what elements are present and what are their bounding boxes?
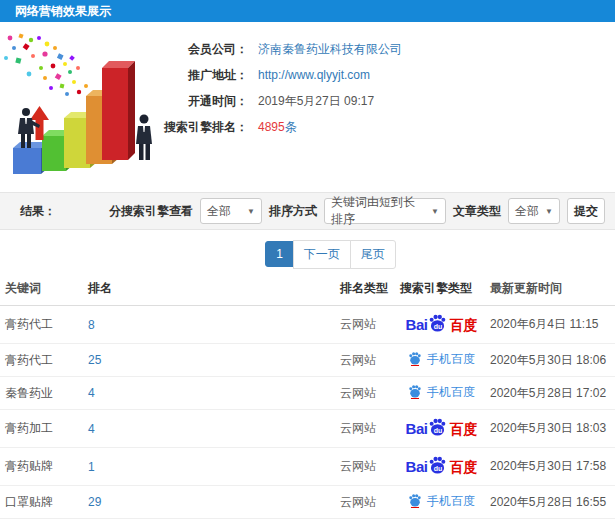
chevron-down-icon: ▼ <box>431 207 439 216</box>
table-row: 膏药代工8云网站Baidu百度2020年6月4日 11:15 <box>0 306 615 344</box>
baidu-logo: Baidu百度 <box>406 455 478 478</box>
article-type-label: 文章类型 <box>453 203 501 220</box>
mobile-baidu-logo: 手机百度 <box>408 384 475 399</box>
table-row: 膏药加工4云网站Baidu百度2020年5月30日 18:03 <box>0 410 615 448</box>
info-row-url: 推广地址： http://www.qlyyjt.com <box>160 62 610 87</box>
next-page-button[interactable]: 下一页 <box>293 240 351 269</box>
header-rank: 排名 <box>85 272 338 306</box>
title-bar: 网络营销效果展示 <box>0 0 615 22</box>
rank-link[interactable]: 4 <box>88 422 95 436</box>
results-table-wrap: 关键词 排名 排名类型 搜索引擎类型 最新更新时间 膏药代工8云网站Baidu百… <box>0 272 615 520</box>
header-keyword: 关键词 <box>0 272 85 306</box>
rank-type-cell: 云网站 <box>338 410 398 448</box>
last-page-button[interactable]: 尾页 <box>350 240 396 269</box>
sort-filter-select[interactable]: 关键词由短到长排序 ▼ <box>324 198 446 224</box>
engine-filter-value: 全部 <box>207 203 231 220</box>
engine-cell: Baidu百度 <box>398 448 485 486</box>
chevron-down-icon: ▼ <box>545 207 553 216</box>
info-row-open-time: 开通时间： 2019年5月27日 09:17 <box>160 88 610 113</box>
updated-cell: 2020年5月28日 16:55 <box>485 486 615 519</box>
engine-filter-select[interactable]: 全部 ▼ <box>200 198 262 224</box>
results-table-body: 膏药代工8云网站Baidu百度2020年6月4日 11:15膏药代工25云网站手… <box>0 306 615 520</box>
mobile-baidu-logo: 手机百度 <box>408 493 475 508</box>
filter-controls: 分搜索引擎查看 全部 ▼ 排序方式 关键词由短到长排序 ▼ 文章类型 全部 ▼ … <box>109 198 615 224</box>
rank-type-cell: 云网站 <box>338 344 398 377</box>
paw-icon <box>408 351 422 366</box>
page-button-1[interactable]: 1 <box>265 241 294 267</box>
engine-filter-label: 分搜索引擎查看 <box>109 203 193 220</box>
promo-url-link[interactable]: http://www.qlyyjt.com <box>258 65 370 85</box>
rank-count: 4895条 <box>258 117 297 137</box>
rank-cell: 29 <box>85 486 338 519</box>
updated-cell: 2020年5月28日 17:02 <box>485 377 615 410</box>
rank-link[interactable]: 8 <box>88 318 95 332</box>
sort-filter-label: 排序方式 <box>269 203 317 220</box>
keyword-cell: 膏药贴牌 <box>0 448 85 486</box>
table-row: 膏药代工25云网站手机百度2020年5月30日 18:06 <box>0 344 615 377</box>
keyword-cell: 膏药代工 <box>0 344 85 377</box>
confetti-dots <box>4 33 88 96</box>
updated-cell: 2020年5月30日 17:58 <box>485 448 615 486</box>
promo-url-label: 推广地址： <box>160 65 248 85</box>
company-link[interactable]: 济南秦鲁药业科技有限公司 <box>258 39 402 59</box>
updated-cell: 2020年5月30日 18:03 <box>485 410 615 448</box>
rank-link[interactable]: 29 <box>88 495 101 509</box>
mobile-baidu-label: 手机百度 <box>427 386 475 398</box>
rank-type-cell: 云网站 <box>338 377 398 410</box>
bar-chart-image <box>0 30 175 180</box>
mobile-baidu-label: 手机百度 <box>427 353 475 365</box>
rank-type-cell: 云网站 <box>338 306 398 344</box>
mobile-baidu-label: 手机百度 <box>427 495 475 507</box>
results-table: 关键词 排名 排名类型 搜索引擎类型 最新更新时间 膏药代工8云网站Baidu百… <box>0 272 615 520</box>
sort-filter-value: 关键词由短到长排序 <box>331 194 425 228</box>
engine-cell: 手机百度 <box>398 377 485 410</box>
updated-cell: 2020年5月30日 18:06 <box>485 344 615 377</box>
article-type-select[interactable]: 全部 ▼ <box>508 198 560 224</box>
rank-count-value: 4895 <box>258 120 285 134</box>
submit-button[interactable]: 提交 <box>567 198 605 224</box>
rank-type-cell: 云网站 <box>338 448 398 486</box>
pagination: 1下一页尾页 <box>0 240 615 269</box>
chevron-down-icon: ▼ <box>247 207 255 216</box>
paw-icon <box>408 493 422 508</box>
keyword-cell: 膏药加工 <box>0 410 85 448</box>
bars <box>13 61 135 174</box>
open-time-value: 2019年5月27日 09:17 <box>258 91 374 111</box>
keyword-cell: 口罩贴牌 <box>0 486 85 519</box>
rank-cell: 8 <box>85 306 338 344</box>
company-label: 会员公司： <box>160 39 248 59</box>
info-row-rank-count: 搜索引擎排名： 4895条 <box>160 114 610 139</box>
baidu-logo: Baidu百度 <box>406 417 478 440</box>
rank-link[interactable]: 4 <box>88 386 95 400</box>
keyword-cell: 秦鲁药业 <box>0 377 85 410</box>
rank-cell: 25 <box>85 344 338 377</box>
rank-cell: 1 <box>85 448 338 486</box>
open-time-label: 开通时间： <box>160 91 248 111</box>
updated-cell: 2020年6月4日 11:15 <box>485 306 615 344</box>
rank-count-suffix: 条 <box>285 120 297 134</box>
paw-icon <box>408 384 422 399</box>
filter-bar: 结果： 分搜索引擎查看 全部 ▼ 排序方式 关键词由短到长排序 ▼ 文章类型 全… <box>0 192 615 230</box>
info-row-company: 会员公司： 济南秦鲁药业科技有限公司 <box>160 36 610 61</box>
engine-cell: Baidu百度 <box>398 410 485 448</box>
rank-link[interactable]: 1 <box>88 460 95 474</box>
header-updated: 最新更新时间 <box>485 272 615 306</box>
rank-type-cell: 云网站 <box>338 486 398 519</box>
rank-cell: 4 <box>85 377 338 410</box>
table-row: 秦鲁药业4云网站手机百度2020年5月28日 17:02 <box>0 377 615 410</box>
rank-cell: 4 <box>85 410 338 448</box>
table-row: 口罩贴牌29云网站手机百度2020年5月28日 16:55 <box>0 486 615 519</box>
header-engine-type: 搜索引擎类型 <box>398 272 485 306</box>
result-label: 结果： <box>20 203 56 220</box>
header-rank-type: 排名类型 <box>338 272 398 306</box>
businessman-right <box>136 115 152 161</box>
rank-link[interactable]: 25 <box>88 353 101 367</box>
engine-cell: 手机百度 <box>398 344 485 377</box>
bar-chart-illustration <box>0 30 175 180</box>
table-row: 膏药贴牌1云网站Baidu百度2020年5月30日 17:58 <box>0 448 615 486</box>
mobile-baidu-logo: 手机百度 <box>408 351 475 366</box>
page: 网络营销效果展示 <box>0 0 615 520</box>
keyword-cell: 膏药代工 <box>0 306 85 344</box>
engine-cell: Baidu百度 <box>398 306 485 344</box>
page-title: 网络营销效果展示 <box>0 0 111 22</box>
